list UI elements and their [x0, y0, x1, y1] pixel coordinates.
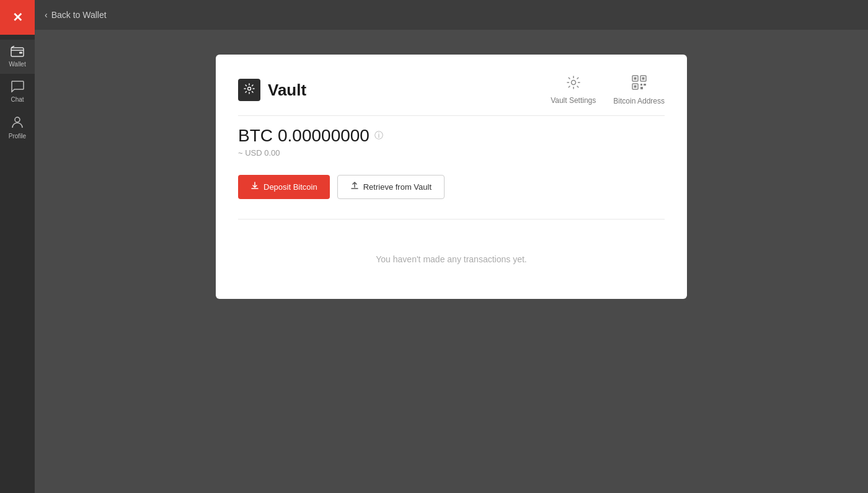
- svg-rect-1: [19, 52, 22, 54]
- vault-title-group: Vault: [238, 79, 306, 101]
- vault-card-header: Vault Vault Settings: [238, 74, 665, 105]
- deposit-icon: [250, 182, 259, 192]
- balance-currency: BTC: [238, 126, 273, 146]
- wallet-icon: [11, 46, 24, 59]
- vault-transactions-divider: [238, 219, 665, 220]
- vault-usd-balance: ~ USD 0.00: [238, 148, 665, 158]
- svg-rect-13: [640, 87, 643, 89]
- sidebar-nav: Wallet Chat Profile: [0, 40, 35, 146]
- deposit-label: Deposit Bitcoin: [264, 182, 317, 192]
- svg-rect-12: [644, 84, 646, 86]
- svg-rect-8: [634, 78, 636, 80]
- retrieve-label: Retrieve from Vault: [363, 182, 432, 192]
- sidebar-item-chat[interactable]: Chat: [0, 74, 35, 109]
- vault-settings-button[interactable]: Vault Settings: [551, 75, 596, 105]
- back-to-wallet-link[interactable]: ‹ Back to Wallet: [45, 10, 107, 20]
- svg-point-4: [571, 81, 575, 85]
- vault-action-buttons: Deposit Bitcoin Retrieve from Vault: [238, 175, 665, 199]
- logo-icon: ✕: [12, 10, 23, 25]
- chat-icon: [11, 80, 24, 94]
- vault-settings-icon: [566, 75, 581, 94]
- profile-icon: [11, 115, 24, 131]
- svg-point-2: [15, 117, 20, 122]
- retrieve-from-vault-button[interactable]: Retrieve from Vault: [337, 175, 445, 199]
- bitcoin-address-label: Bitcoin Address: [613, 97, 665, 105]
- wallet-label: Wallet: [9, 61, 25, 68]
- vault-gear-icon: [244, 83, 255, 97]
- balance-amount: 0.00000000: [278, 126, 370, 146]
- back-chevron-icon: ‹: [45, 10, 48, 20]
- deposit-bitcoin-button[interactable]: Deposit Bitcoin: [238, 175, 330, 199]
- vault-card: Vault Vault Settings: [216, 55, 687, 299]
- vault-icon-box: [238, 79, 260, 101]
- topbar: ‹ Back to Wallet: [35, 0, 868, 30]
- bitcoin-address-icon: [631, 74, 647, 94]
- retrieve-icon: [350, 182, 359, 192]
- main-content: Vault Vault Settings: [35, 30, 868, 493]
- svg-rect-10: [634, 86, 636, 88]
- sidebar: ✕ Wallet Chat: [0, 0, 35, 493]
- vault-settings-label: Vault Settings: [551, 96, 596, 105]
- svg-point-3: [248, 87, 251, 91]
- sidebar-item-profile[interactable]: Profile: [0, 109, 35, 146]
- back-label: Back to Wallet: [51, 10, 107, 20]
- vault-header-divider: [238, 115, 665, 116]
- vault-title: Vault: [268, 81, 306, 100]
- vault-actions: Vault Settings: [551, 74, 665, 105]
- bitcoin-address-button[interactable]: Bitcoin Address: [613, 74, 665, 105]
- balance-info-icon[interactable]: ⓘ: [374, 130, 383, 141]
- empty-transactions-message: You haven't made any transactions yet.: [238, 244, 665, 274]
- profile-label: Profile: [9, 133, 26, 140]
- svg-rect-11: [640, 84, 642, 86]
- chat-label: Chat: [11, 96, 24, 103]
- vault-balance: BTC 0.00000000 ⓘ: [238, 126, 665, 146]
- main-area: ‹ Back to Wallet Vault: [35, 0, 868, 493]
- sidebar-item-wallet[interactable]: Wallet: [0, 40, 35, 74]
- app-logo[interactable]: ✕: [0, 0, 35, 35]
- svg-rect-9: [642, 78, 644, 80]
